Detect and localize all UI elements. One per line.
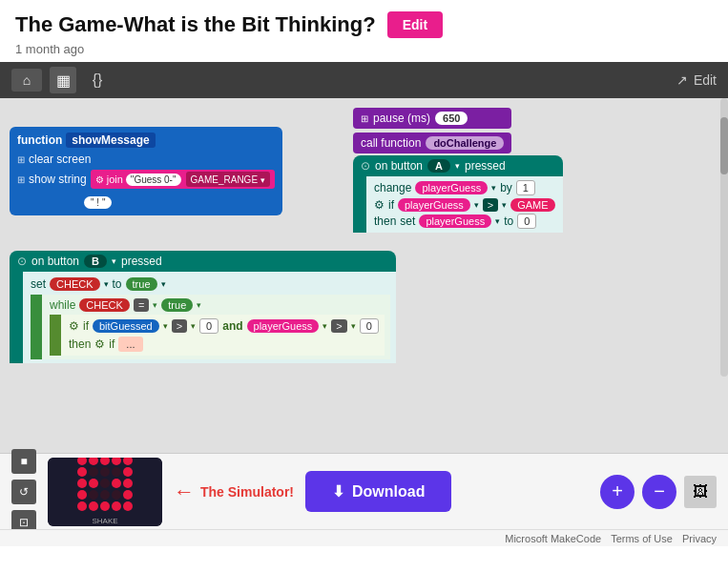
led-1-4 (123, 467, 133, 477)
edit-button[interactable]: Edit (387, 11, 443, 38)
by-label: by (500, 181, 512, 194)
led-3-0 (77, 490, 87, 500)
external-link-icon: ↗ (676, 72, 688, 88)
player-guess-var2: playerGuess (398, 198, 470, 212)
toolbar-left: ⌂ ▦ {} (11, 67, 111, 93)
editor-container: ⌂ ▦ {} ↗ Edit ⊞ pause (ms) 650 call func… (0, 62, 728, 529)
edit-label: Edit (694, 72, 717, 88)
if-label-a: if (388, 198, 394, 212)
led-3-4 (123, 490, 133, 500)
simulator-bar: ■ ↺ ⊡ (0, 453, 728, 529)
led-0-4 (123, 458, 133, 466)
home-icon-container[interactable]: ⌂ (11, 69, 42, 92)
gt3-op: > (331, 319, 346, 333)
led-1-3 (112, 467, 121, 477)
bit-guessed-var: bitGuessed (93, 319, 159, 333)
exclaim-label: " ! " (84, 196, 112, 209)
shake-label: SHAKE (92, 517, 117, 525)
true-val2: true (161, 298, 193, 312)
led-3-3 (112, 490, 121, 500)
if-label-b: if (83, 319, 89, 333)
guess-str: "Guess 0-" (126, 174, 181, 186)
led-4-2 (100, 501, 110, 511)
change-label: change (374, 181, 411, 194)
led-1-2 (100, 467, 110, 477)
on-btn-b-label: on button (31, 255, 79, 268)
btn-a-label: A (427, 159, 450, 173)
led-3-1 (89, 490, 98, 500)
plus-icon: + (612, 480, 623, 502)
led-0-3 (112, 458, 121, 466)
download-label: Download (352, 483, 425, 500)
led-2-2 (100, 479, 110, 488)
pressed-label-a: pressed (465, 159, 506, 173)
led-display (77, 458, 133, 512)
simulator-label: The Simulator! (200, 484, 294, 500)
led-1-1 (89, 467, 98, 477)
do-challenge-label: doChallenge (426, 136, 504, 150)
fullscreen-button[interactable]: ⊡ (11, 510, 36, 530)
led-4-3 (112, 501, 121, 511)
gt-op: > (483, 198, 498, 212)
vertical-scrollbar[interactable] (720, 98, 728, 377)
fn-keyword: function (17, 133, 62, 147)
to-label-b: to (113, 277, 122, 291)
led-2-4 (123, 479, 133, 488)
then-label-b: then (69, 337, 91, 351)
camera-icon: 🖼 (693, 483, 708, 500)
code-mode-button[interactable]: {} (84, 67, 111, 93)
while-label: while (50, 298, 75, 312)
fn-show-message-group: function showMessage ⊞ clear screen ⊞ sh… (10, 127, 282, 215)
page-title: The Game-What is the Bit Thinking? (15, 12, 376, 37)
zero1: 0 (199, 318, 218, 334)
set-label-a: set (400, 214, 415, 228)
by-val: 1 (516, 180, 535, 195)
minus-icon: − (654, 480, 665, 502)
fn-name-label: showMessage (66, 133, 155, 148)
set-label-b: set (31, 277, 46, 291)
page-meta: 1 month ago (0, 42, 728, 62)
led-4-1 (89, 501, 98, 511)
stop-button[interactable]: ■ (11, 449, 36, 474)
then-label-a: then (374, 214, 396, 228)
led-3-2 (100, 490, 110, 500)
terms-link[interactable]: Terms of Use (611, 533, 673, 544)
screenshot-button[interactable]: 🖼 (684, 476, 717, 508)
game-range-label: GAME_RANGE (191, 174, 259, 185)
led-2-0 (77, 479, 87, 488)
pause-label: pause (ms) (373, 112, 430, 125)
toolbar-right[interactable]: ↗ Edit (676, 72, 717, 88)
to-val-a: 0 (517, 214, 536, 229)
and-label: and (222, 319, 242, 333)
blocks-mode-button[interactable]: ▦ (50, 67, 76, 93)
led-0-1 (89, 458, 98, 466)
eq-op: = (134, 298, 149, 312)
on-btn-a-label: on button (375, 159, 423, 173)
led-4-0 (77, 501, 87, 511)
call-fn-label: call function (361, 136, 421, 150)
blocks-icon: ▦ (56, 72, 71, 90)
zoom-in-button[interactable]: + (600, 475, 634, 509)
refresh-button[interactable]: ↺ (11, 480, 36, 504)
code-canvas[interactable]: ⊞ pause (ms) 650 call function doChallen… (0, 98, 728, 453)
scrollbar-thumb[interactable] (720, 117, 728, 174)
led-0-0 (77, 458, 87, 466)
sim-controls: ■ ↺ ⊡ (11, 449, 36, 530)
to-label-a: to (504, 214, 513, 228)
gt2-op: > (172, 319, 187, 333)
code-icon: {} (93, 72, 103, 89)
download-button[interactable]: ⬇ Download (305, 471, 451, 512)
btn-b-group: ⊙ on button B ▾ pressed set CHECK ▾ to t… (10, 251, 396, 363)
join-label: join (107, 174, 123, 185)
check-var: CHECK (50, 277, 100, 291)
if-label-c: if (109, 337, 114, 351)
privacy-link[interactable]: Privacy (682, 533, 717, 544)
player-guess-var3: playerGuess (419, 214, 491, 228)
btn-b-label: B (84, 255, 107, 268)
player-guess-var: playerGuess (415, 181, 488, 194)
check-var2: CHECK (79, 298, 130, 312)
zero2: 0 (360, 318, 379, 334)
zoom-out-button[interactable]: − (642, 475, 676, 509)
clear-screen-label: clear screen (29, 153, 91, 166)
led-2-1 (89, 479, 98, 488)
